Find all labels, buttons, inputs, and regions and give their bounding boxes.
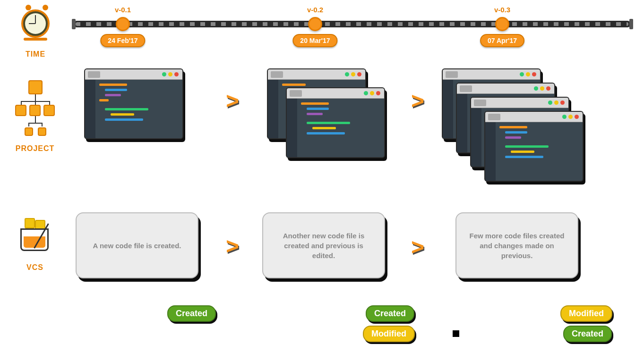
vcs-card-text: Few more code files created and changes … [466, 231, 568, 260]
chevron-icon: > [226, 90, 239, 112]
tree-icon [14, 80, 57, 142]
vcs-card-text: Another new code file is created and pre… [273, 231, 375, 260]
version-date-3: 07 Apr'17 [480, 34, 524, 47]
code-window [84, 68, 183, 139]
code-window [286, 87, 385, 158]
vcs-card-2: Another new code file is created and pre… [262, 212, 385, 278]
version-date-2: 20 Mar'17 [292, 34, 337, 47]
version-dot-2 [308, 17, 322, 31]
chevron-icon: > [411, 90, 424, 112]
project-row-label: PROJECT [7, 144, 63, 153]
created-badge: Created [366, 305, 414, 322]
timeline-dashes [76, 22, 628, 26]
chevron-icon: > [411, 236, 424, 259]
vcs-row-label: VCS [7, 263, 63, 272]
version-label-3: v-0.3 [494, 6, 510, 14]
chevron-icon: > [226, 235, 239, 258]
time-row-label: TIME [7, 50, 64, 59]
clock-icon [19, 9, 52, 47]
version-dot-3 [495, 17, 509, 31]
version-dot-1 [116, 17, 130, 31]
code-window [484, 111, 584, 182]
timeline-clip-right [629, 19, 633, 29]
vcs-card-1: A new code file is created. [76, 212, 198, 278]
version-date-1: 24 Feb'17 [100, 34, 145, 47]
version-label-2: v-0.2 [307, 6, 323, 14]
bucket-icon [15, 218, 54, 257]
modified-badge: Modified [560, 305, 612, 322]
spacer-square [453, 330, 459, 337]
vcs-card-3: Few more code files created and changes … [455, 212, 578, 278]
modified-badge: Modified [363, 326, 415, 342]
timeline-clip-left [72, 19, 76, 29]
created-badge: Created [563, 326, 612, 342]
created-badge: Created [167, 305, 216, 322]
version-label-1: v-0.1 [115, 6, 131, 14]
vcs-card-text: A new code file is created. [93, 241, 181, 251]
